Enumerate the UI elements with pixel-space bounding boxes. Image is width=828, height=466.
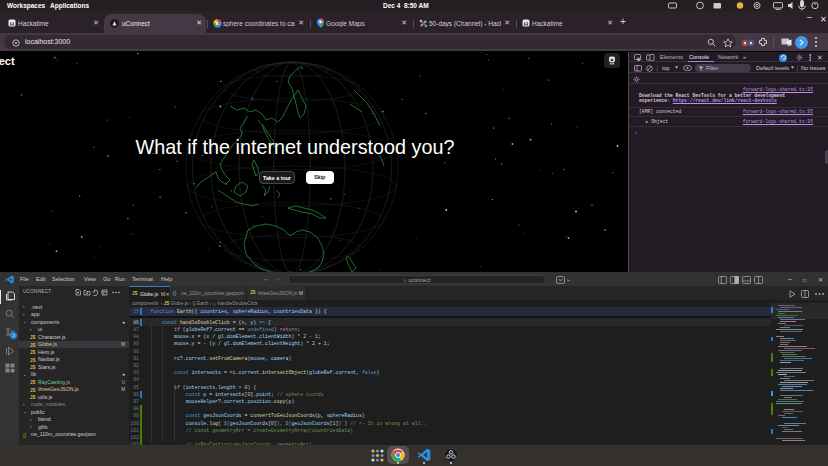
svg-text:H: H (10, 21, 14, 27)
svg-text:H: H (524, 21, 528, 27)
